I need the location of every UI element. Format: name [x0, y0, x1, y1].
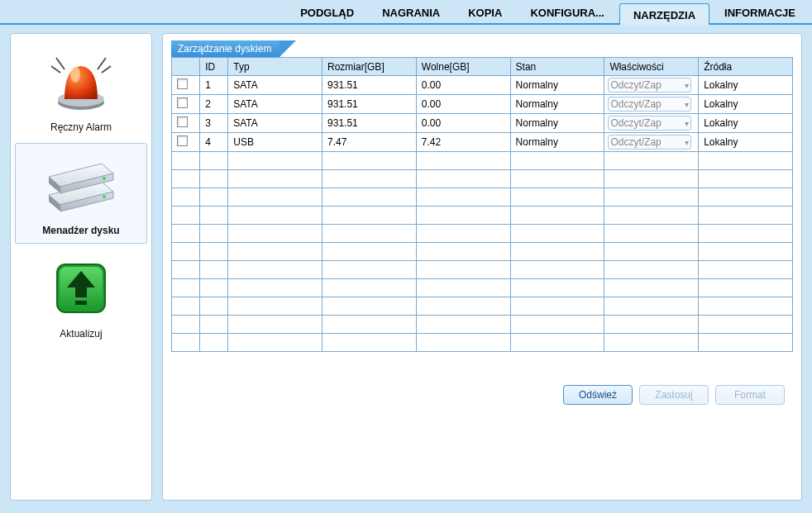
format-button[interactable]: Format [715, 385, 785, 405]
sidebar-item-alarm[interactable]: Ręczny Alarm [15, 40, 147, 140]
table-header-row: ID Typ Rozmiar[GB] Wolne[GB] Stan Właści… [172, 58, 793, 76]
cell-state: Normalny [510, 95, 604, 114]
panel-title-bar: Zarządzanie dyskiem [171, 40, 793, 57]
sidebar-item-label: Menadżer dysku [19, 225, 143, 236]
col-prop: Właściwości [604, 58, 699, 76]
cell-size: 931.51 [322, 95, 417, 114]
col-state: Stan [510, 58, 604, 76]
apply-button[interactable]: Zastosuj [639, 385, 709, 405]
disk-manager-panel: Zarządzanie dyskiem ID Typ Rozmiar[GB] W… [162, 33, 802, 501]
col-size: Rozmiar[GB] [322, 58, 417, 76]
cell-state: Normalny [510, 133, 604, 152]
svg-point-2 [70, 66, 80, 83]
cell-state: Normalny [510, 76, 604, 95]
col-id: ID [200, 58, 228, 76]
tab-nagrania[interactable]: NAGRANIA [369, 2, 453, 23]
table-row: 1SATA931.510.00NormalnyOdczyt/ZapLokalny [172, 76, 793, 95]
panel-title-slant [279, 40, 296, 57]
prop-select[interactable]: Odczyt/Zap [608, 78, 691, 93]
cell-id: 2 [200, 95, 228, 114]
prop-select[interactable]: Odczyt/Zap [608, 135, 691, 150]
cell-free: 0.00 [416, 95, 510, 114]
upload-arrow-icon [44, 255, 118, 321]
row-checkbox[interactable] [177, 78, 188, 89]
tab-konfigura-[interactable]: KONFIGURA... [517, 2, 618, 23]
sidebar: Ręczny Alarm [10, 33, 152, 501]
cell-size: 931.51 [322, 114, 417, 133]
cell-type: SATA [228, 95, 322, 114]
cell-prop: Odczyt/Zap [604, 114, 699, 133]
cell-src: Lokalny [699, 114, 793, 133]
row-checkbox[interactable] [177, 97, 188, 108]
cell-src: Lokalny [699, 76, 793, 95]
disk-table: ID Typ Rozmiar[GB] Wolne[GB] Stan Właści… [171, 57, 793, 352]
col-checkbox [172, 58, 200, 76]
table-row: 4USB7.477.42NormalnyOdczyt/ZapLokalny [172, 133, 793, 152]
table-row-empty [172, 152, 793, 170]
table-row-empty [172, 334, 793, 352]
cell-prop: Odczyt/Zap [604, 95, 699, 114]
refresh-button[interactable]: Odśwież [563, 385, 633, 405]
cell-id: 1 [200, 76, 228, 95]
row-checkbox-cell [172, 95, 200, 114]
sidebar-item-label: Aktualizuj [18, 328, 144, 340]
table-row-empty [172, 170, 793, 188]
col-type: Typ [228, 58, 322, 76]
row-checkbox[interactable] [177, 116, 188, 127]
cell-prop: Odczyt/Zap [604, 76, 699, 95]
svg-rect-7 [75, 301, 87, 305]
main-area: Ręczny Alarm [0, 25, 812, 511]
cell-free: 7.42 [416, 133, 510, 152]
table-row-empty [172, 297, 793, 316]
cell-type: SATA [228, 76, 322, 95]
row-checkbox-cell [172, 76, 200, 95]
table-row-empty [172, 225, 793, 243]
table-row-empty [172, 188, 793, 207]
sidebar-item-disk-manager[interactable]: Menadżer dysku [15, 143, 147, 244]
panel-title: Zarządzanie dyskiem [171, 40, 279, 57]
main-tabs: PODGLĄDNAGRANIAKOPIAKONFIGURA...NARZĘDZI… [0, 0, 812, 25]
button-row: Odśwież Zastosuj Format [171, 385, 793, 405]
cell-free: 0.00 [416, 76, 510, 95]
alarm-icon [44, 49, 118, 115]
prop-select[interactable]: Odczyt/Zap [608, 116, 691, 131]
cell-src: Lokalny [699, 133, 793, 152]
cell-src: Lokalny [699, 95, 793, 114]
table-row-empty [172, 207, 793, 225]
row-checkbox[interactable] [177, 135, 188, 146]
tab-kopia[interactable]: KOPIA [455, 2, 515, 23]
disk-stack-icon [44, 152, 118, 218]
table-row-empty [172, 316, 793, 334]
cell-size: 7.47 [322, 133, 417, 152]
cell-type: SATA [228, 114, 322, 133]
cell-prop: Odczyt/Zap [604, 133, 699, 152]
cell-id: 4 [200, 133, 228, 152]
tab-podgl-d[interactable]: PODGLĄD [287, 2, 367, 23]
tab-narz-dzia[interactable]: NARZĘDZIA [619, 3, 709, 25]
cell-free: 0.00 [416, 114, 510, 133]
table-row-empty [172, 261, 793, 279]
row-checkbox-cell [172, 114, 200, 133]
svg-point-4 [103, 177, 106, 180]
row-checkbox-cell [172, 133, 200, 152]
sidebar-item-update[interactable]: Aktualizuj [15, 247, 147, 346]
cell-type: USB [228, 133, 322, 152]
col-free: Wolne[GB] [416, 58, 510, 76]
table-row-empty [172, 279, 793, 297]
cell-size: 931.51 [322, 76, 417, 95]
table-row-empty [172, 243, 793, 261]
table-row: 2SATA931.510.00NormalnyOdczyt/ZapLokalny [172, 95, 793, 114]
sidebar-item-label: Ręczny Alarm [18, 121, 144, 133]
col-src: Źródła [699, 58, 793, 76]
table-row: 3SATA931.510.00NormalnyOdczyt/ZapLokalny [172, 114, 793, 133]
cell-state: Normalny [510, 114, 604, 133]
cell-id: 3 [200, 114, 228, 133]
svg-point-3 [103, 195, 106, 198]
prop-select[interactable]: Odczyt/Zap [608, 97, 691, 112]
tab-informacje[interactable]: INFORMACJE [711, 2, 809, 23]
